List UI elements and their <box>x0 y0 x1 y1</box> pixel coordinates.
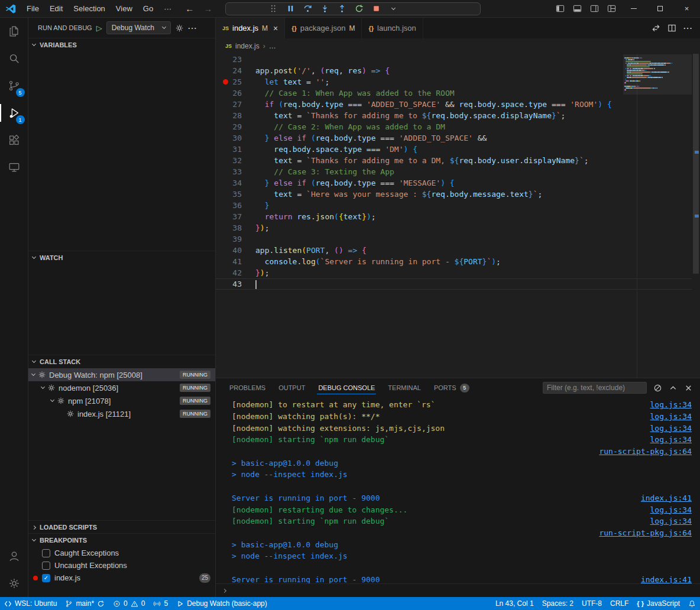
console-source-link[interactable]: run-script-pkg.js:64 <box>587 528 692 537</box>
code-text[interactable]: return res.json({text}); <box>242 211 376 222</box>
breakpoint-checkbox[interactable] <box>42 562 50 570</box>
code-text[interactable] <box>242 54 255 65</box>
code-text[interactable]: console.log(`Server is running in port -… <box>242 256 501 267</box>
panel-tab-problems[interactable]: PROBLEMS <box>223 378 272 397</box>
line-number[interactable]: 30 <box>216 132 242 144</box>
open-changes-icon[interactable] <box>652 24 660 33</box>
console-source-link[interactable]: log.js:34 <box>639 424 692 433</box>
sidebar-more-actions-icon[interactable]: ··· <box>188 24 197 33</box>
editor-scrollbar[interactable] <box>692 54 700 378</box>
debug-repl[interactable] <box>216 583 700 597</box>
line-number[interactable]: 38 <box>216 222 242 233</box>
code-text[interactable]: text = `Here was your message : ${req.bo… <box>242 189 542 200</box>
panel-tab-ports[interactable]: PORTS5 <box>427 378 476 397</box>
line-number[interactable]: 24 <box>216 65 242 76</box>
watch-section-header[interactable]: WATCH <box>28 251 215 264</box>
status-item-problems[interactable]: 00 <box>109 597 149 610</box>
line-number[interactable]: 33 <box>216 166 242 177</box>
line-number[interactable]: 39 <box>216 233 242 245</box>
breadcrumb-item[interactable]: index.js <box>235 42 260 50</box>
code-text[interactable]: req.body.space.type === 'DM') { <box>242 144 417 155</box>
console-source-link[interactable]: run-script-pkg.js:64 <box>587 447 692 456</box>
toggle-primary-sidebar-icon[interactable] <box>552 0 569 18</box>
status-item-remote[interactable]: WSL: Ubuntu <box>0 597 61 610</box>
menu-item-file[interactable]: File <box>21 0 44 18</box>
console-source-link[interactable]: log.js:34 <box>639 517 692 525</box>
menu-item-view[interactable]: View <box>111 0 138 18</box>
line-number[interactable]: 42 <box>216 267 242 278</box>
toggle-panel-icon[interactable] <box>569 0 586 18</box>
activity-bar-item-search[interactable] <box>0 45 28 72</box>
breakpoints-section-header[interactable]: BREAKPOINTS <box>28 534 215 547</box>
editor-tab[interactable]: JSindex.jsM× <box>216 18 285 38</box>
panel-tab-debug-console[interactable]: DEBUG CONSOLE <box>312 378 381 397</box>
code-text[interactable]: text = `Thanks for adding me to a DM, ${… <box>242 155 589 166</box>
debug-settings-gear-icon[interactable] <box>175 24 184 33</box>
activity-bar-item-extensions[interactable] <box>0 126 28 154</box>
debug-config-select[interactable]: Debug Watch <box>106 21 171 34</box>
status-item-debug-status[interactable]: Debug Watch (basic-app) <box>172 597 271 610</box>
status-item-eol[interactable]: CRLF <box>606 597 633 610</box>
console-source-link[interactable]: index.js:41 <box>629 494 692 502</box>
close-panel-icon[interactable] <box>684 384 693 392</box>
call-stack-row[interactable]: nodemon [25036]RUNNING <box>28 381 215 394</box>
line-number[interactable]: 32 <box>216 155 242 166</box>
code-text[interactable]: app.listen(PORT, () => { <box>242 245 367 256</box>
code-text[interactable]: text = `Thanks for adding me to ${req.bo… <box>242 110 565 121</box>
pause-icon[interactable] <box>286 4 295 14</box>
split-editor-icon[interactable] <box>667 24 676 33</box>
toggle-secondary-sidebar-icon[interactable] <box>586 0 603 18</box>
breakpoint-row[interactable]: Uncaught Exceptions <box>28 559 215 572</box>
line-number[interactable]: 25 <box>216 76 242 87</box>
console-source-link[interactable]: index.js:41 <box>629 575 692 583</box>
variables-section-header[interactable]: VARIABLES <box>28 38 215 51</box>
status-item-cursor-position[interactable]: Ln 43, Col 1 <box>491 597 538 610</box>
call-stack-row[interactable]: Debug Watch: npm [25008]RUNNING <box>28 368 215 381</box>
line-number[interactable]: 35 <box>216 189 242 200</box>
step-over-icon[interactable] <box>303 4 312 14</box>
command-center[interactable] <box>225 2 481 15</box>
code-text[interactable]: } else if (req.body.type === 'ADDED_TO_S… <box>242 132 487 144</box>
status-item-language-mode[interactable]: { }JavaScript <box>633 597 684 610</box>
more-actions-icon[interactable]: ··· <box>683 24 693 33</box>
status-item-indentation[interactable]: Spaces: 2 <box>538 597 578 610</box>
menu-item-edit[interactable]: Edit <box>44 0 68 18</box>
breadcrumb-item[interactable]: … <box>269 42 276 50</box>
activity-bar-item-accounts[interactable] <box>0 543 28 570</box>
code-text[interactable]: }); <box>242 222 269 233</box>
close-tab-icon[interactable]: × <box>273 24 278 33</box>
console-source-link[interactable]: log.js:34 <box>639 400 692 409</box>
minimap[interactable] <box>624 56 691 93</box>
code-text[interactable]: } <box>242 200 269 211</box>
code-text[interactable]: // Case 1: When App was added to the ROO… <box>242 87 455 99</box>
code-text[interactable]: }); <box>242 267 269 278</box>
call-stack-row[interactable]: index.js [21121]RUNNING <box>28 407 215 420</box>
code-text[interactable]: if (req.body.type === 'ADDED_TO_SPACE' &… <box>242 99 612 110</box>
line-number[interactable]: 26 <box>216 87 242 99</box>
call-stack-section-header[interactable]: CALL STACK <box>28 355 215 368</box>
status-item-notifications[interactable] <box>684 597 700 610</box>
line-number[interactable]: 27 <box>216 99 242 110</box>
step-into-icon[interactable] <box>320 4 329 14</box>
code-editor[interactable]: 2324app.post('/', (req, res) => {25 let … <box>216 54 700 378</box>
customize-layout-icon[interactable] <box>603 0 620 18</box>
go-back-icon[interactable]: ← <box>185 4 194 14</box>
code-text[interactable]: // Case 3: Texting the App <box>242 166 394 177</box>
status-item-branch[interactable]: main* <box>61 597 109 610</box>
line-number[interactable]: 41 <box>216 256 242 267</box>
loaded-scripts-section-header[interactable]: LOADED SCRIPTS <box>28 521 215 534</box>
step-out-icon[interactable] <box>337 4 346 14</box>
scrollbar-thumb[interactable] <box>693 54 699 274</box>
activity-bar-item-remote-explorer[interactable] <box>0 154 28 181</box>
breadcrumb[interactable]: JSindex.js›… <box>216 38 700 54</box>
code-text[interactable]: app.post('/', (req, res) => { <box>242 65 390 76</box>
activity-bar-item-explorer[interactable] <box>0 18 28 45</box>
code-text[interactable] <box>242 278 257 290</box>
code-text[interactable] <box>242 233 255 245</box>
restart-icon[interactable] <box>354 4 364 14</box>
clear-console-icon[interactable] <box>653 384 662 392</box>
menu-item-go[interactable]: Go <box>138 0 158 18</box>
debug-repl-input[interactable] <box>231 586 693 595</box>
code-text[interactable]: } else if (req.body.type === 'MESSAGE') … <box>242 177 455 189</box>
panel-tab-output[interactable]: OUTPUT <box>272 378 312 397</box>
